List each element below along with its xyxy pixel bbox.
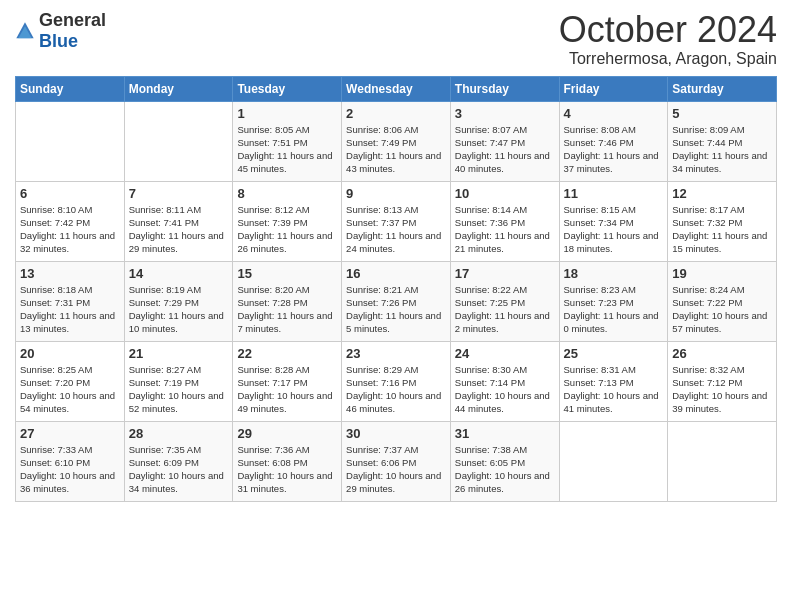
day-detail: Sunrise: 8:05 AMSunset: 7:51 PMDaylight:…: [237, 123, 337, 176]
day-number: 9: [346, 186, 446, 201]
day-detail: Sunrise: 8:19 AMSunset: 7:29 PMDaylight:…: [129, 283, 229, 336]
calendar-cell: 31Sunrise: 7:38 AMSunset: 6:05 PMDayligh…: [450, 421, 559, 501]
day-detail: Sunrise: 8:20 AMSunset: 7:28 PMDaylight:…: [237, 283, 337, 336]
calendar-cell: 12Sunrise: 8:17 AMSunset: 7:32 PMDayligh…: [668, 181, 777, 261]
weekday-header: Monday: [124, 76, 233, 101]
logo-general: General: [39, 10, 106, 30]
day-detail: Sunrise: 7:38 AMSunset: 6:05 PMDaylight:…: [455, 443, 555, 496]
day-detail: Sunrise: 7:36 AMSunset: 6:08 PMDaylight:…: [237, 443, 337, 496]
calendar-cell: 2Sunrise: 8:06 AMSunset: 7:49 PMDaylight…: [342, 101, 451, 181]
day-detail: Sunrise: 7:35 AMSunset: 6:09 PMDaylight:…: [129, 443, 229, 496]
day-detail: Sunrise: 8:11 AMSunset: 7:41 PMDaylight:…: [129, 203, 229, 256]
calendar-week-row: 1Sunrise: 8:05 AMSunset: 7:51 PMDaylight…: [16, 101, 777, 181]
logo-text: General Blue: [39, 10, 106, 52]
day-number: 19: [672, 266, 772, 281]
calendar-week-row: 6Sunrise: 8:10 AMSunset: 7:42 PMDaylight…: [16, 181, 777, 261]
calendar-cell: 5Sunrise: 8:09 AMSunset: 7:44 PMDaylight…: [668, 101, 777, 181]
day-detail: Sunrise: 8:30 AMSunset: 7:14 PMDaylight:…: [455, 363, 555, 416]
day-number: 5: [672, 106, 772, 121]
day-detail: Sunrise: 8:24 AMSunset: 7:22 PMDaylight:…: [672, 283, 772, 336]
calendar-cell: 1Sunrise: 8:05 AMSunset: 7:51 PMDaylight…: [233, 101, 342, 181]
calendar-cell: 19Sunrise: 8:24 AMSunset: 7:22 PMDayligh…: [668, 261, 777, 341]
day-number: 28: [129, 426, 229, 441]
calendar-cell: [16, 101, 125, 181]
day-detail: Sunrise: 7:33 AMSunset: 6:10 PMDaylight:…: [20, 443, 120, 496]
calendar-cell: 23Sunrise: 8:29 AMSunset: 7:16 PMDayligh…: [342, 341, 451, 421]
day-number: 10: [455, 186, 555, 201]
day-detail: Sunrise: 8:21 AMSunset: 7:26 PMDaylight:…: [346, 283, 446, 336]
day-detail: Sunrise: 8:09 AMSunset: 7:44 PMDaylight:…: [672, 123, 772, 176]
calendar-cell: 17Sunrise: 8:22 AMSunset: 7:25 PMDayligh…: [450, 261, 559, 341]
day-detail: Sunrise: 8:31 AMSunset: 7:13 PMDaylight:…: [564, 363, 664, 416]
title-block: October 2024 Torrehermosa, Aragon, Spain: [559, 10, 777, 68]
day-number: 17: [455, 266, 555, 281]
day-number: 24: [455, 346, 555, 361]
calendar-cell: 7Sunrise: 8:11 AMSunset: 7:41 PMDaylight…: [124, 181, 233, 261]
calendar-week-row: 20Sunrise: 8:25 AMSunset: 7:20 PMDayligh…: [16, 341, 777, 421]
page-header: General Blue October 2024 Torrehermosa, …: [15, 10, 777, 68]
day-number: 30: [346, 426, 446, 441]
calendar-cell: 11Sunrise: 8:15 AMSunset: 7:34 PMDayligh…: [559, 181, 668, 261]
day-detail: Sunrise: 8:12 AMSunset: 7:39 PMDaylight:…: [237, 203, 337, 256]
calendar-cell: [668, 421, 777, 501]
calendar-cell: 6Sunrise: 8:10 AMSunset: 7:42 PMDaylight…: [16, 181, 125, 261]
calendar-cell: 14Sunrise: 8:19 AMSunset: 7:29 PMDayligh…: [124, 261, 233, 341]
calendar-cell: 28Sunrise: 7:35 AMSunset: 6:09 PMDayligh…: [124, 421, 233, 501]
weekday-header: Friday: [559, 76, 668, 101]
calendar-week-row: 27Sunrise: 7:33 AMSunset: 6:10 PMDayligh…: [16, 421, 777, 501]
day-detail: Sunrise: 8:15 AMSunset: 7:34 PMDaylight:…: [564, 203, 664, 256]
day-number: 16: [346, 266, 446, 281]
day-detail: Sunrise: 8:23 AMSunset: 7:23 PMDaylight:…: [564, 283, 664, 336]
day-number: 8: [237, 186, 337, 201]
calendar-cell: 9Sunrise: 8:13 AMSunset: 7:37 PMDaylight…: [342, 181, 451, 261]
day-number: 3: [455, 106, 555, 121]
day-number: 6: [20, 186, 120, 201]
calendar-cell: 22Sunrise: 8:28 AMSunset: 7:17 PMDayligh…: [233, 341, 342, 421]
day-number: 14: [129, 266, 229, 281]
calendar-header: SundayMondayTuesdayWednesdayThursdayFrid…: [16, 76, 777, 101]
calendar-cell: 27Sunrise: 7:33 AMSunset: 6:10 PMDayligh…: [16, 421, 125, 501]
calendar-cell: 3Sunrise: 8:07 AMSunset: 7:47 PMDaylight…: [450, 101, 559, 181]
day-detail: Sunrise: 8:17 AMSunset: 7:32 PMDaylight:…: [672, 203, 772, 256]
calendar-cell: 21Sunrise: 8:27 AMSunset: 7:19 PMDayligh…: [124, 341, 233, 421]
day-detail: Sunrise: 8:28 AMSunset: 7:17 PMDaylight:…: [237, 363, 337, 416]
calendar-cell: 30Sunrise: 7:37 AMSunset: 6:06 PMDayligh…: [342, 421, 451, 501]
day-number: 12: [672, 186, 772, 201]
weekday-header: Wednesday: [342, 76, 451, 101]
calendar-cell: 25Sunrise: 8:31 AMSunset: 7:13 PMDayligh…: [559, 341, 668, 421]
day-number: 15: [237, 266, 337, 281]
day-number: 1: [237, 106, 337, 121]
day-number: 20: [20, 346, 120, 361]
day-number: 18: [564, 266, 664, 281]
day-detail: Sunrise: 8:10 AMSunset: 7:42 PMDaylight:…: [20, 203, 120, 256]
calendar-cell: 15Sunrise: 8:20 AMSunset: 7:28 PMDayligh…: [233, 261, 342, 341]
logo: General Blue: [15, 10, 106, 52]
day-number: 27: [20, 426, 120, 441]
weekday-header: Thursday: [450, 76, 559, 101]
calendar-cell: 4Sunrise: 8:08 AMSunset: 7:46 PMDaylight…: [559, 101, 668, 181]
logo-icon: [15, 21, 35, 41]
day-number: 11: [564, 186, 664, 201]
day-detail: Sunrise: 8:08 AMSunset: 7:46 PMDaylight:…: [564, 123, 664, 176]
calendar-cell: 8Sunrise: 8:12 AMSunset: 7:39 PMDaylight…: [233, 181, 342, 261]
day-detail: Sunrise: 8:32 AMSunset: 7:12 PMDaylight:…: [672, 363, 772, 416]
calendar-cell: 18Sunrise: 8:23 AMSunset: 7:23 PMDayligh…: [559, 261, 668, 341]
calendar-cell: 20Sunrise: 8:25 AMSunset: 7:20 PMDayligh…: [16, 341, 125, 421]
weekday-header: Tuesday: [233, 76, 342, 101]
day-number: 4: [564, 106, 664, 121]
calendar-cell: 24Sunrise: 8:30 AMSunset: 7:14 PMDayligh…: [450, 341, 559, 421]
calendar-cell: 13Sunrise: 8:18 AMSunset: 7:31 PMDayligh…: [16, 261, 125, 341]
logo-blue: Blue: [39, 31, 78, 51]
day-detail: Sunrise: 8:06 AMSunset: 7:49 PMDaylight:…: [346, 123, 446, 176]
day-detail: Sunrise: 8:25 AMSunset: 7:20 PMDaylight:…: [20, 363, 120, 416]
day-number: 21: [129, 346, 229, 361]
day-detail: Sunrise: 8:27 AMSunset: 7:19 PMDaylight:…: [129, 363, 229, 416]
calendar-body: 1Sunrise: 8:05 AMSunset: 7:51 PMDaylight…: [16, 101, 777, 501]
calendar-cell: [559, 421, 668, 501]
day-detail: Sunrise: 8:07 AMSunset: 7:47 PMDaylight:…: [455, 123, 555, 176]
day-number: 2: [346, 106, 446, 121]
day-detail: Sunrise: 8:14 AMSunset: 7:36 PMDaylight:…: [455, 203, 555, 256]
day-number: 22: [237, 346, 337, 361]
day-number: 26: [672, 346, 772, 361]
weekday-header: Saturday: [668, 76, 777, 101]
